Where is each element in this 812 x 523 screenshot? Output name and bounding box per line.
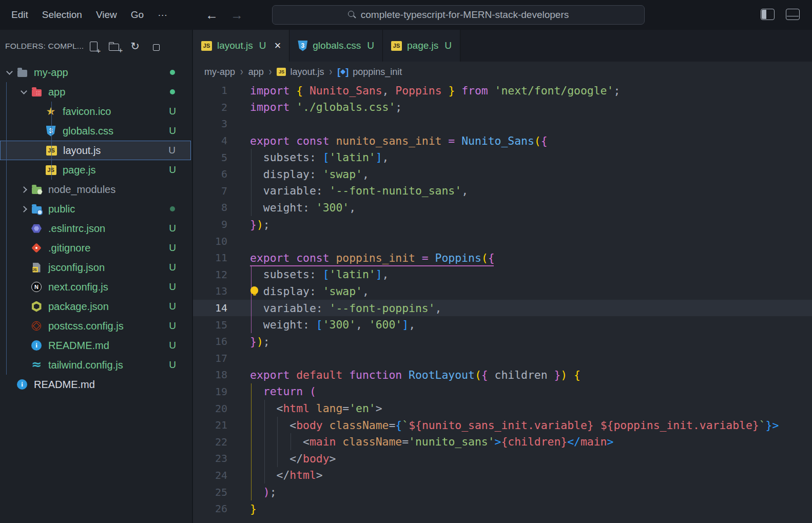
indent-guide [251,316,252,333]
line-number: 20 [193,402,227,415]
explorer-item-layout.js[interactable]: JSlayout.jsU [0,141,191,160]
explorer-item-public[interactable]: public [0,199,191,219]
search-icon [348,11,356,19]
refresh-icon[interactable]: ↻ [130,41,140,52]
tab-git-badge: U [259,40,266,51]
breadcrumb-item-app[interactable]: app [248,67,264,78]
code-line-18: 18export default function RootLayout({ c… [193,366,812,383]
code-text: variable: '--font-nunito_sans', [227,184,468,197]
explorer-item-postcss.config.js[interactable]: postcss.config.jsU [0,316,191,336]
item-label: jsconfig.json [48,262,105,274]
menu-item-···[interactable]: ··· [158,9,167,21]
code-line-8: 8 weight: '300', [193,199,812,216]
close-icon[interactable]: × [274,40,281,51]
new-folder-icon[interactable] [109,44,119,51]
tab-page.js[interactable]: JSpage.jsU [383,30,460,62]
explorer-item-favicon.ico[interactable]: ★favicon.icoU [0,102,191,121]
tab-globals.css[interactable]: 3globals.cssU [289,30,383,62]
explorer-item-package.json[interactable]: package.jsonU [0,297,191,316]
dot-icon [170,70,175,75]
jsconfig-icon [33,263,41,273]
code-text: ); [227,486,277,498]
folder-gray-icon [17,70,27,77]
breadcrumb-item-poppins_init[interactable]: []poppins_init [337,67,402,78]
git-status-badge: U [167,242,178,254]
code-line-13: 13 display: 'swap', [193,283,812,300]
explorer-item-node_modules[interactable]: node_modules [0,180,191,199]
icon-box [30,183,43,196]
item-label: favicon.ico [63,106,111,118]
item-label: node_modules [48,184,115,196]
explorer-item-next.config.js[interactable]: Nnext.config.jsU [0,277,191,297]
new-file-icon[interactable] [90,42,98,51]
explorer-item-.eslintrc.json[interactable]: .eslintrc.jsonU [0,219,191,238]
breadcrumb-item-layout.js[interactable]: JSlayout.js [277,67,324,78]
chevron-right-icon[interactable] [21,206,27,212]
back-arrow-icon[interactable]: ← [205,8,218,23]
tree-indent-guide [6,82,7,375]
tab-git-badge: U [367,40,374,51]
toggle-sidebar-icon[interactable] [761,9,775,20]
item-label: page.js [63,164,96,176]
item-label: next.config.js [48,281,108,293]
command-search-input[interactable]: complete-typescript-for-MERN-stack-devel… [272,5,645,25]
line-number: 13 [193,285,227,297]
indent-guide [251,183,252,200]
chevron-right-icon[interactable] [21,186,27,193]
menu-item-edit[interactable]: Edit [11,9,28,21]
menu-item-go[interactable]: Go [131,9,144,21]
symbol-variable-icon: [] [337,67,349,78]
indent-guide [251,450,252,467]
git-status-badge: U [167,320,178,332]
git-status-badge: U [167,262,178,273]
explorer-item-README.md[interactable]: iREADME.mdU [0,336,191,355]
code-text: export const nunito_sans_init = Nunito_S… [227,134,548,147]
explorer-item-app[interactable]: app [0,82,191,102]
code-line-4: 4export const nunito_sans_init = Nunito_… [193,132,812,149]
menu-item-view[interactable]: View [96,9,117,21]
icon-box: ★ [44,105,57,118]
breadcrumb-item-my-app[interactable]: my-app [204,67,235,78]
line-number: 22 [193,436,227,448]
line-number: 26 [193,502,227,515]
explorer-item-jsconfig.json[interactable]: jsconfig.jsonU [0,258,191,277]
title-bar: EditSelectionViewGo··· ← → complete-type… [0,0,812,30]
code-editor[interactable]: 1import { Nunito_Sans, Poppins } from 'n… [193,82,812,517]
line-number: 14 [193,302,227,314]
explorer-item-my-app[interactable]: my-app [0,63,191,82]
explorer-item-.gitignore[interactable]: .gitignoreU [0,238,191,258]
menu-item-selection[interactable]: Selection [42,9,82,21]
code-text: display: 'swap', [227,168,369,181]
indent-guide [251,433,252,450]
chevron-down-icon[interactable] [21,88,27,94]
tab-layout.js[interactable]: JSlayout.jsU× [193,30,289,62]
icon-box [30,261,43,274]
menu-bar: EditSelectionViewGo··· [0,9,167,21]
indent-guide [251,400,252,417]
chevron-box [17,187,30,192]
forward-arrow-icon[interactable]: → [230,8,243,23]
breadcrumb: my-app›app›JSlayout.js›[]poppins_init [193,62,812,82]
lightbulb-icon[interactable] [250,286,258,294]
toggle-panel-icon[interactable] [786,9,800,20]
explorer-item-globals.css[interactable]: 3globals.cssU [0,121,191,141]
line-number: 24 [193,469,227,481]
code-text: import { Nunito_Sans, Poppins } from 'ne… [227,84,620,97]
git-status-badge: U [167,223,178,234]
chevron-box [3,71,15,74]
explorer-item-page.js[interactable]: JSpage.jsU [0,160,191,180]
line-number: 9 [193,218,227,230]
info-icon: i [17,379,27,390]
code-line-11: 11export const poppins_init = Poppins({ [193,249,812,266]
code-text: import './globals.css'; [227,101,402,113]
explorer-item-README.md[interactable]: iREADME.md [0,375,191,394]
line-number: 16 [193,335,227,347]
explorer-item-tailwind.config.js[interactable]: ≈tailwind.config.jsU [0,355,191,375]
chevron-down-icon[interactable] [6,68,13,75]
collapse-all-icon[interactable] [153,44,160,51]
indent-guide [264,467,265,484]
next-icon: N [31,282,42,292]
code-text: <body className={`${nunito_sans_init.var… [227,419,779,432]
breadcrumb-label: app [248,67,264,78]
item-label: my-app [34,67,68,79]
